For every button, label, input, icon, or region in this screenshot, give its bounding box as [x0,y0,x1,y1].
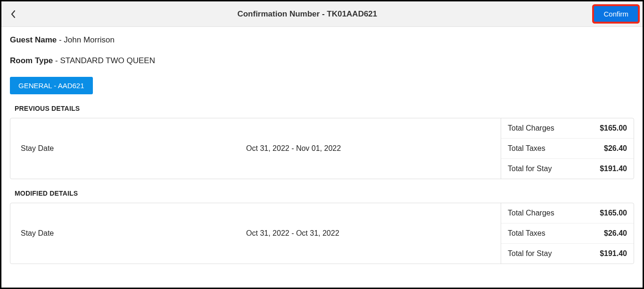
modified-total-stay-label: Total for Stay [508,249,552,258]
modified-total-charges-row: Total Charges $165.00 [501,203,634,223]
previous-total-taxes-value: $26.40 [604,144,627,153]
confirm-button[interactable]: Confirm [594,6,638,22]
modified-stay-date-cell: Stay Date Oct 31, 2022 - Oct 31, 2022 [10,203,501,264]
room-type-label: Room Type [10,56,53,65]
general-tab-button[interactable]: GENERAL - AAD621 [10,77,93,94]
previous-details-heading: PREVIOUS DETAILS [15,105,634,112]
modified-stay-date-label: Stay Date [21,229,246,238]
guest-name-line: Guest Name - John Morrison [10,35,634,45]
previous-total-taxes-row: Total Taxes $26.40 [501,139,634,159]
modified-details-table: Stay Date Oct 31, 2022 - Oct 31, 2022 To… [10,203,634,264]
previous-total-taxes-label: Total Taxes [508,144,545,153]
modified-total-taxes-label: Total Taxes [508,229,545,238]
previous-total-stay-value: $191.40 [600,165,627,173]
modified-total-stay-row: Total for Stay $191.40 [501,244,634,264]
room-type-value: STANDARD TWO QUEEN [60,56,155,65]
chevron-left-icon [10,9,17,19]
modified-total-taxes-value: $26.40 [604,229,627,238]
previous-totals-column: Total Charges $165.00 Total Taxes $26.40… [501,118,634,179]
modified-total-stay-value: $191.40 [600,249,627,258]
previous-details-table: Stay Date Oct 31, 2022 - Nov 01, 2022 To… [10,118,634,179]
content-area: Guest Name - John Morrison Room Type - S… [1,27,643,288]
previous-total-charges-row: Total Charges $165.00 [501,118,634,139]
modified-totals-column: Total Charges $165.00 Total Taxes $26.40… [501,203,634,264]
previous-total-charges-value: $165.00 [600,124,627,132]
previous-total-stay-row: Total for Stay $191.40 [501,159,634,179]
guest-name-label: Guest Name [10,35,57,44]
modified-total-charges-value: $165.00 [600,209,627,217]
previous-stay-date-cell: Stay Date Oct 31, 2022 - Nov 01, 2022 [10,118,501,179]
page-title: Confirmation Number - TK01AAD621 [20,9,594,19]
room-type-line: Room Type - STANDARD TWO QUEEN [10,56,634,66]
modified-details-heading: MODIFIED DETAILS [15,190,634,197]
previous-total-stay-label: Total for Stay [508,165,552,173]
previous-total-charges-label: Total Charges [508,124,554,132]
previous-stay-date-value: Oct 31, 2022 - Nov 01, 2022 [246,144,341,153]
room-type-separator: - [53,56,60,65]
guest-name-value: John Morrison [64,35,115,44]
modified-stay-date-value: Oct 31, 2022 - Oct 31, 2022 [246,229,339,238]
header-bar: Confirmation Number - TK01AAD621 Confirm [1,1,643,27]
previous-stay-date-label: Stay Date [21,144,246,153]
modified-total-taxes-row: Total Taxes $26.40 [501,223,634,244]
guest-name-separator: - [57,35,64,44]
back-button[interactable] [6,7,20,21]
modified-total-charges-label: Total Charges [508,209,554,217]
